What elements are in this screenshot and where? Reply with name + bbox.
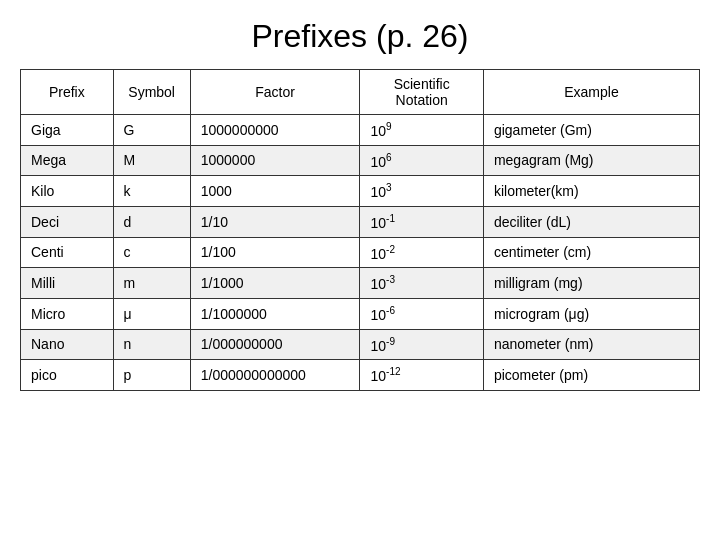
cell-factor: 1000 [190,176,360,207]
cell-prefix: Deci [21,206,114,237]
cell-factor: 1/000000000 [190,329,360,360]
cell-example: deciliter (dL) [483,206,699,237]
cell-symbol: k [113,176,190,207]
cell-symbol: c [113,237,190,268]
cell-example: nanometer (nm) [483,329,699,360]
cell-scientific: 10-1 [360,206,483,237]
table-row: Nanon1/00000000010-9nanometer (nm) [21,329,700,360]
cell-scientific: 10-3 [360,268,483,299]
table-row: GigaG1000000000109gigameter (Gm) [21,115,700,146]
table-row: Kilok1000103kilometer(km) [21,176,700,207]
table-row: Centic1/10010-2centimeter (cm) [21,237,700,268]
cell-prefix: Micro [21,298,114,329]
cell-factor: 1000000 [190,145,360,176]
cell-scientific: 10-12 [360,360,483,391]
cell-example: microgram (μg) [483,298,699,329]
cell-symbol: d [113,206,190,237]
cell-factor: 1000000000 [190,115,360,146]
table-row: Decid1/1010-1deciliter (dL) [21,206,700,237]
cell-prefix: Giga [21,115,114,146]
cell-symbol: G [113,115,190,146]
header-factor: Factor [190,70,360,115]
cell-scientific: 103 [360,176,483,207]
cell-scientific: 10-2 [360,237,483,268]
cell-scientific: 10-6 [360,298,483,329]
header-scientific: ScientificNotation [360,70,483,115]
table-row: MegaM1000000106megagram (Mg) [21,145,700,176]
header-symbol: Symbol [113,70,190,115]
cell-prefix: Centi [21,237,114,268]
cell-symbol: μ [113,298,190,329]
cell-example: picometer (pm) [483,360,699,391]
prefixes-table: Prefix Symbol Factor ScientificNotation … [20,69,700,391]
header-prefix: Prefix [21,70,114,115]
cell-scientific: 106 [360,145,483,176]
cell-prefix: Kilo [21,176,114,207]
cell-symbol: m [113,268,190,299]
cell-factor: 1/100 [190,237,360,268]
page-title: Prefixes (p. 26) [252,18,469,55]
cell-example: kilometer(km) [483,176,699,207]
cell-factor: 1/000000000000 [190,360,360,391]
table-row: Microμ1/100000010-6microgram (μg) [21,298,700,329]
cell-prefix: Milli [21,268,114,299]
cell-prefix: Mega [21,145,114,176]
cell-factor: 1/1000000 [190,298,360,329]
cell-factor: 1/1000 [190,268,360,299]
table-row: Millim1/100010-3milligram (mg) [21,268,700,299]
table-row: picop1/00000000000010-12picometer (pm) [21,360,700,391]
cell-factor: 1/10 [190,206,360,237]
cell-prefix: Nano [21,329,114,360]
cell-symbol: n [113,329,190,360]
header-example: Example [483,70,699,115]
cell-example: milligram (mg) [483,268,699,299]
cell-symbol: p [113,360,190,391]
cell-example: gigameter (Gm) [483,115,699,146]
cell-prefix: pico [21,360,114,391]
cell-example: megagram (Mg) [483,145,699,176]
cell-symbol: M [113,145,190,176]
cell-scientific: 10-9 [360,329,483,360]
cell-scientific: 109 [360,115,483,146]
cell-example: centimeter (cm) [483,237,699,268]
